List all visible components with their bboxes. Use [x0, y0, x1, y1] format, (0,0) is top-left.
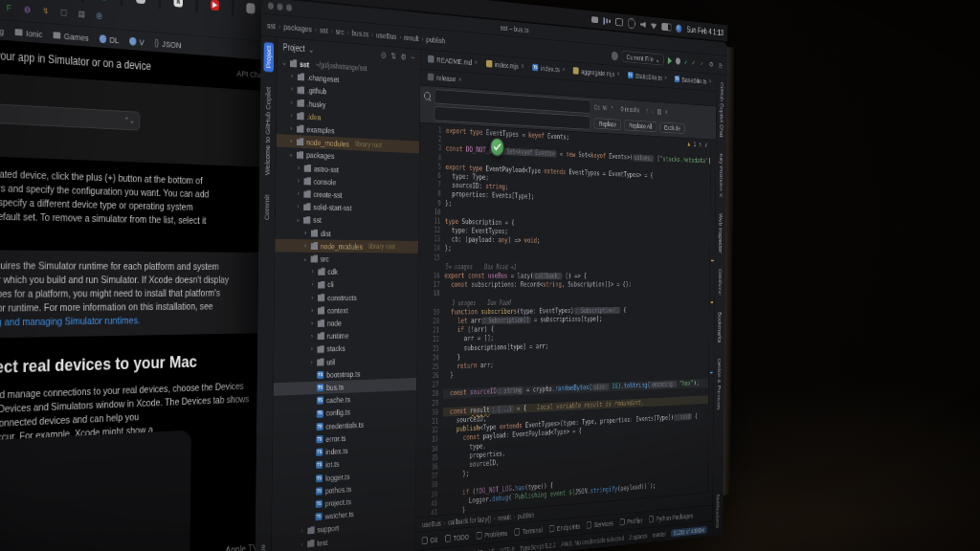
keyboard-icon[interactable]	[591, 16, 598, 23]
tree-arrow-icon[interactable]: ›	[288, 121, 294, 135]
tree-arrow-icon[interactable]: ›	[302, 227, 308, 240]
tree-row[interactable]: ›node_moduleslibrary root	[275, 239, 417, 253]
panel-header-icon[interactable]: −	[412, 53, 415, 62]
project-panel-title[interactable]: Project	[283, 42, 305, 54]
editor-tab[interactable]: TSindex.ts×	[528, 57, 569, 79]
tree-row[interactable]: ⌄src	[275, 252, 417, 265]
panel-header-icon[interactable]: ⚙	[401, 52, 407, 61]
git-commit-icon[interactable]: ✓	[692, 58, 696, 66]
search-toggle[interactable]: W	[603, 104, 608, 112]
warning-mark[interactable]	[711, 301, 714, 303]
debug-button[interactable]	[676, 57, 680, 64]
search-toggle[interactable]: Cc	[594, 103, 600, 111]
panel-header-icon[interactable]: ⇅	[390, 52, 396, 61]
status-item[interactable]: UTF-8	[500, 544, 514, 551]
breadcrumb-item[interactable]: src	[336, 27, 345, 36]
tool-window-tab[interactable]: Key Promoter X	[718, 150, 725, 200]
breadcrumb-item[interactable]: bus.ts	[351, 28, 368, 38]
bookmark-item[interactable]: V	[129, 35, 145, 47]
chevron-down-icon[interactable]: ⌄	[308, 44, 314, 54]
close-icon[interactable]: ×	[562, 65, 565, 73]
tree-row[interactable]: ⌄sst	[276, 212, 418, 229]
close-icon[interactable]: ×	[664, 74, 667, 81]
breadcrumb-item[interactable]: callback for lazy()	[448, 515, 491, 526]
code-line[interactable]: export const useBus = lazy(callback: () …	[444, 272, 714, 281]
tool-window-tab[interactable]: Commit	[262, 191, 273, 224]
breadcrumb-item[interactable]: sst	[267, 20, 276, 31]
tree-arrow-icon[interactable]: ›	[296, 174, 301, 187]
bookmark-item[interactable]: {}JSON	[154, 37, 181, 49]
next-warning-icon[interactable]: ∨	[704, 141, 707, 148]
notifications-bell-icon[interactable]: ◷	[718, 60, 724, 69]
tree-arrow-icon[interactable]: ›	[310, 265, 316, 278]
tool-window-tab[interactable]: Notifications	[714, 491, 722, 531]
extension-icon[interactable]: ▢	[58, 6, 69, 19]
replace-button[interactable]: Replace	[594, 118, 622, 130]
tree-arrow-icon[interactable]: ›	[299, 538, 304, 551]
close-icon[interactable]: ×	[521, 62, 523, 70]
tree-arrow-icon[interactable]: ›	[288, 109, 294, 122]
info-mark[interactable]	[710, 372, 713, 374]
search-nav-icon[interactable]: ×	[665, 108, 668, 116]
search-nav-icon[interactable]: ↑	[646, 107, 649, 115]
tree-row[interactable]: ›cli	[275, 278, 417, 292]
tool-window-tab[interactable]: Database	[717, 266, 724, 298]
tool-window-tab[interactable]: Structure	[257, 540, 268, 551]
tool-window-button[interactable]: Problems	[477, 529, 507, 540]
memory-indicator[interactable]: 512M of 4096M	[671, 526, 707, 538]
stats-graph-icon[interactable]	[604, 17, 612, 25]
tree-arrow-icon[interactable]: ⌄	[302, 253, 308, 266]
status-item[interactable]: master	[653, 530, 667, 539]
breadcrumb-item[interactable]: useBus	[376, 30, 397, 40]
avatar[interactable]	[612, 51, 618, 60]
tree-arrow-icon[interactable]: ⌄	[288, 147, 294, 161]
tool-window-button[interactable]: Terminal	[515, 525, 543, 536]
tool-window-button[interactable]: Profiler	[620, 517, 643, 526]
display-icon[interactable]	[615, 18, 623, 27]
tool-window-tab[interactable]: Device & Previews	[715, 356, 723, 413]
editor-tab[interactable]: TSBaseSite.ts×	[671, 70, 715, 91]
control-center-icon[interactable]	[628, 18, 635, 30]
tree-arrow-icon[interactable]: ›	[309, 304, 315, 318]
replace-button[interactable]: Replace All	[624, 120, 657, 132]
tree-arrow-icon[interactable]: ›	[309, 291, 315, 304]
run-configuration-select[interactable]: Current File ⌄	[622, 51, 664, 66]
close-icon[interactable]: ×	[617, 70, 620, 77]
tool-window-tab[interactable]: Project	[263, 42, 274, 73]
breadcrumb-item[interactable]: useBus	[422, 518, 441, 528]
close-icon[interactable]: ×	[475, 58, 478, 67]
tree-arrow-icon[interactable]: ›	[296, 161, 301, 174]
menu-bar-clock[interactable]: Sun Feb 4 1:13	[686, 25, 724, 37]
close-icon[interactable]: ×	[458, 75, 462, 83]
search-nav-icon[interactable]: ↓	[652, 107, 655, 115]
inspection-widget[interactable]: ▲ 1 ∧ ∨	[686, 140, 707, 148]
extension-icon[interactable]: F	[3, 1, 14, 14]
tree-arrow-icon[interactable]: ›	[289, 70, 295, 83]
replace-button[interactable]: Exclude	[659, 121, 685, 134]
tool-window-tab[interactable]: Bookmarks	[716, 309, 724, 346]
status-item[interactable]: 2 spaces	[629, 532, 647, 541]
tree-arrow-icon[interactable]: ›	[309, 317, 315, 330]
tree-arrow-icon[interactable]: ›	[300, 524, 305, 538]
siri-icon[interactable]	[676, 24, 681, 33]
code-editor[interactable]: 1234567891011121314151617181920212223242…	[415, 123, 716, 518]
status-item[interactable]: LF	[488, 547, 494, 551]
extension-icon[interactable]: ▤	[77, 8, 87, 20]
tree-arrow-icon[interactable]: ›	[295, 200, 301, 213]
speaker-icon[interactable]	[640, 21, 646, 28]
tool-window-button[interactable]: Git	[422, 536, 437, 545]
bookmark-item[interactable]: Ionic	[15, 27, 43, 39]
extension-icon[interactable]: ↯	[40, 4, 51, 17]
extension-icon[interactable]: ◎	[94, 9, 104, 21]
tree-arrow-icon[interactable]: ›	[289, 96, 295, 109]
tool-window-tab[interactable]: Web Inspector	[717, 210, 724, 256]
breadcrumb-item[interactable]: result	[498, 513, 511, 522]
bookmark-item[interactable]: Debug	[0, 23, 4, 36]
breadcrumb-item[interactable]: publish	[518, 511, 535, 520]
wifi-icon[interactable]	[651, 22, 657, 30]
simulator-select-control[interactable]: ⌃⌄	[0, 103, 140, 130]
editor-tab[interactable]: index.mjs×	[481, 54, 528, 77]
tree-arrow-icon[interactable]: ›	[289, 82, 295, 96]
tree-row[interactable]: ›constructs	[275, 291, 417, 304]
breadcrumb-item[interactable]: sst	[320, 25, 328, 34]
